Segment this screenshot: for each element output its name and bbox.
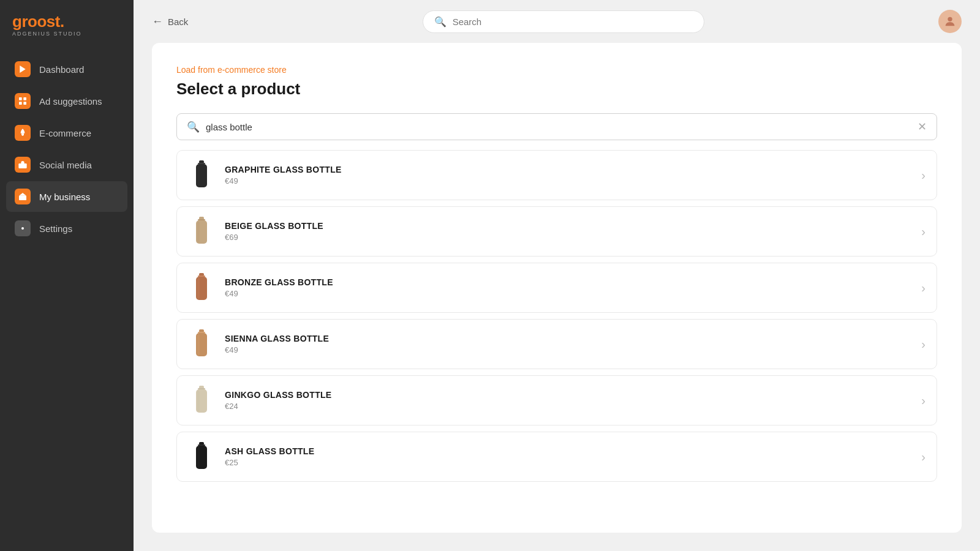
product-item-ash[interactable]: ASH GLASS BOTTLE €25 ›	[176, 432, 937, 482]
gear-icon	[15, 220, 31, 236]
product-name: GRAPHITE GLASS BOTTLE	[225, 165, 911, 174]
svg-rect-33	[197, 447, 200, 468]
product-search-icon: 🔍	[187, 121, 200, 133]
chevron-right-icon: ›	[921, 394, 925, 408]
product-item-ginkgo[interactable]: GINKGO GLASS BOTTLE €24 ›	[176, 375, 937, 425]
svg-point-8	[21, 227, 24, 230]
svg-rect-17	[197, 222, 200, 242]
product-price: €49	[225, 345, 911, 354]
product-thumbnail	[188, 328, 215, 360]
svg-rect-4	[23, 102, 26, 105]
product-name: BEIGE GLASS BOTTLE	[225, 221, 911, 231]
product-item-bronze[interactable]: BRONZE GLASS BOTTLE €49 ›	[176, 263, 937, 313]
page-title: Select a product	[176, 80, 937, 99]
sidebar-item-social-media[interactable]: Social media	[6, 149, 127, 180]
sidebar-item-label: Social media	[39, 160, 92, 170]
sidebar-item-label: Settings	[39, 223, 72, 234]
building-icon	[15, 189, 31, 204]
product-thumbnail	[188, 272, 215, 304]
load-from-store-label: Load from e-commerce store	[176, 65, 937, 75]
svg-rect-27	[198, 388, 205, 389]
play-icon	[15, 61, 31, 77]
svg-rect-2	[23, 97, 26, 100]
product-name: GINKGO GLASS BOTTLE	[225, 390, 911, 400]
svg-rect-19	[198, 276, 205, 277]
chevron-right-icon: ›	[921, 225, 925, 239]
product-list: GRAPHITE GLASS BOTTLE €49 › BEIGE GLASS …	[176, 150, 937, 482]
product-thumbnail	[188, 159, 215, 191]
content-area: Load from e-commerce store Select a prod…	[152, 43, 962, 533]
sidebar-item-ad-suggestions[interactable]: Ad suggestions	[6, 86, 127, 116]
product-info: GINKGO GLASS BOTTLE €24	[225, 390, 911, 411]
back-button[interactable]: ← Back	[152, 15, 188, 28]
sidebar: groost. ADGENIUS STUDIO Dashboard Ad sug…	[0, 0, 134, 551]
grid-icon	[15, 93, 31, 109]
sidebar-item-dashboard[interactable]: Dashboard	[6, 54, 127, 84]
product-item-beige[interactable]: BEIGE GLASS BOTTLE €69 ›	[176, 206, 937, 257]
chevron-right-icon: ›	[921, 168, 925, 182]
share-icon	[15, 157, 31, 173]
header: ← Back 🔍	[134, 0, 980, 43]
header-search-input[interactable]	[453, 17, 693, 27]
product-name: ASH GLASS BOTTLE	[225, 446, 911, 456]
svg-rect-6	[18, 163, 26, 168]
header-search-bar[interactable]: 🔍	[423, 10, 704, 33]
product-price: €25	[225, 458, 911, 467]
svg-point-5	[22, 135, 23, 136]
product-name: BRONZE GLASS BOTTLE	[225, 277, 911, 287]
product-item-sienna[interactable]: SIENNA GLASS BOTTLE €49 ›	[176, 319, 937, 369]
product-search-input[interactable]	[206, 122, 911, 132]
logo-groost: groost.	[12, 13, 82, 29]
search-icon: 🔍	[434, 16, 447, 28]
logo: groost. ADGENIUS STUDIO	[0, 0, 134, 54]
sidebar-item-label: My business	[39, 192, 90, 202]
sidebar-item-label: E-commerce	[39, 128, 91, 138]
svg-marker-0	[20, 66, 25, 73]
svg-rect-23	[198, 332, 205, 333]
clear-search-icon[interactable]: ✕	[918, 120, 927, 133]
back-label: Back	[168, 17, 188, 27]
svg-rect-15	[198, 219, 205, 220]
product-item-graphite[interactable]: GRAPHITE GLASS BOTTLE €49 ›	[176, 150, 937, 200]
user-avatar[interactable]	[938, 10, 962, 33]
sidebar-item-e-commerce[interactable]: E-commerce	[6, 118, 127, 148]
svg-rect-1	[19, 97, 22, 100]
chevron-right-icon: ›	[921, 281, 925, 295]
product-info: ASH GLASS BOTTLE €25	[225, 446, 911, 467]
product-info: GRAPHITE GLASS BOTTLE €49	[225, 165, 911, 186]
sidebar-item-label: Ad suggestions	[39, 96, 102, 107]
product-thumbnail	[188, 384, 215, 416]
sidebar-item-settings[interactable]: Settings	[6, 213, 127, 244]
product-info: SIENNA GLASS BOTTLE €49	[225, 334, 911, 354]
logo-sub: ADGENIUS STUDIO	[12, 31, 82, 37]
sidebar-item-my-business[interactable]: My business	[6, 181, 127, 212]
chevron-right-icon: ›	[921, 450, 925, 464]
product-price: €69	[225, 233, 911, 242]
back-arrow-icon: ←	[152, 15, 163, 28]
product-search-bar[interactable]: 🔍 ✕	[176, 113, 937, 140]
main-content: ← Back 🔍 Load from e-commerce store Sele…	[134, 0, 980, 551]
svg-rect-25	[197, 334, 200, 355]
svg-rect-3	[19, 102, 22, 105]
product-info: BEIGE GLASS BOTTLE €69	[225, 221, 911, 242]
svg-point-9	[948, 17, 952, 21]
product-price: €49	[225, 289, 911, 298]
product-price: €49	[225, 176, 911, 186]
svg-rect-13	[197, 165, 200, 186]
sidebar-nav: Dashboard Ad suggestions E-commerce Soci…	[0, 54, 134, 244]
product-thumbnail	[188, 216, 215, 247]
rocket-icon	[15, 125, 31, 141]
chevron-right-icon: ›	[921, 337, 925, 351]
svg-rect-21	[197, 278, 200, 299]
product-thumbnail	[188, 441, 215, 473]
product-name: SIENNA GLASS BOTTLE	[225, 334, 911, 343]
svg-rect-11	[198, 163, 205, 164]
sidebar-item-label: Dashboard	[39, 64, 84, 75]
svg-rect-29	[197, 391, 200, 411]
product-info: BRONZE GLASS BOTTLE €49	[225, 277, 911, 298]
product-price: €24	[225, 402, 911, 411]
svg-rect-31	[198, 444, 205, 446]
